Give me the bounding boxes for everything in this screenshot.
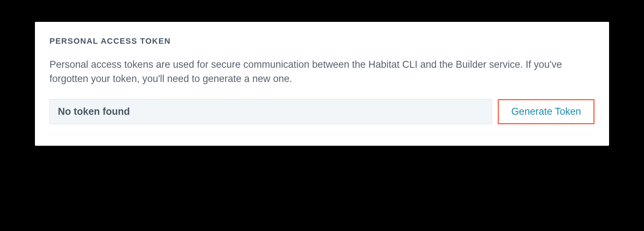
generate-token-button[interactable]: Generate Token: [498, 99, 595, 124]
section-divider: [49, 134, 595, 135]
token-display-field: No token found: [49, 99, 492, 124]
token-settings-card: PERSONAL ACCESS TOKEN Personal access to…: [35, 22, 609, 146]
section-description: Personal access tokens are used for secu…: [49, 58, 595, 86]
section-title: PERSONAL ACCESS TOKEN: [49, 36, 595, 46]
token-row: No token found Generate Token: [49, 99, 595, 124]
